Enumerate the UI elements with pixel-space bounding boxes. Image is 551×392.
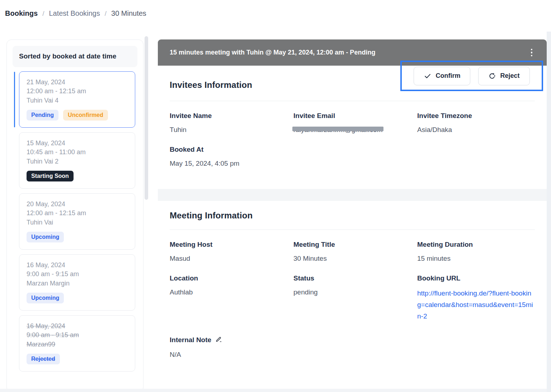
- divider: [170, 101, 535, 101]
- booking-list: 21 May, 202412:00 am - 12:15 amTuhin Vai…: [7, 71, 143, 372]
- status-badge-upcoming: Upcoming: [27, 232, 64, 242]
- field-value: May 15, 2024, 4:05 pm: [170, 159, 293, 168]
- badge-row: Rejected: [27, 354, 128, 364]
- booking-detail-title: 15 minutes meeting with Tuhin @ May 21, …: [170, 49, 375, 56]
- sidebar-scrollbar[interactable]: [145, 36, 148, 200]
- booking-name: Tuhin Vai 2: [27, 157, 128, 166]
- booking-card[interactable]: 16 May, 20249:00 am - 9:15 amMarzan99Rej…: [19, 315, 135, 372]
- confirm-button[interactable]: Confirm: [414, 67, 470, 85]
- status-badge-upcoming: Upcoming: [27, 293, 64, 303]
- reject-button[interactable]: Reject: [478, 67, 529, 85]
- confirm-button-label: Confirm: [435, 72, 460, 80]
- badge-row: PendingUnconfirmed: [27, 110, 128, 121]
- field-value: Masud: [170, 254, 293, 263]
- badge-row: Starting Soon: [27, 171, 128, 181]
- booking-url-link[interactable]: http://fluent-booking.de/?fluent-booking…: [417, 288, 535, 322]
- badge-row: Upcoming: [27, 293, 128, 303]
- meeting-section-title: Meeting Information: [170, 201, 535, 221]
- booking-time: 10:45 am - 11:00 am: [27, 148, 128, 157]
- field-value: raiyanmarzan.rm@gmail.com: [293, 125, 417, 134]
- field-booking-url: Booking URLhttp://fluent-booking.de/?flu…: [417, 274, 535, 322]
- section-gap: [158, 189, 547, 201]
- breadcrumb-separator: /: [42, 10, 44, 18]
- booking-time: 12:00 am - 12:15 am: [27, 209, 128, 218]
- booking-date: 21 May, 2024: [27, 78, 128, 87]
- actions-highlight-box: Confirm Reject: [400, 61, 543, 91]
- field-meeting-title: Meeting Title30 Minutes: [293, 241, 417, 263]
- field-label: Booking URL: [417, 274, 535, 282]
- booking-time: 9:00 am - 9:15 am: [27, 331, 128, 340]
- pencil-icon[interactable]: [215, 336, 222, 345]
- booking-card[interactable]: 21 May, 202412:00 am - 12:15 amTuhin Vai…: [19, 71, 135, 128]
- booking-date: 16 May, 2024: [27, 261, 128, 270]
- field-value: Asia/Dhaka: [417, 125, 535, 134]
- field-label: Meeting Title: [293, 241, 417, 249]
- field-label: Location: [170, 274, 293, 282]
- field-label: Meeting Duration: [417, 241, 535, 249]
- internal-note-block: Internal Note N/A: [170, 335, 535, 359]
- booking-name: Marzan99: [27, 340, 128, 349]
- breadcrumb-separator: /: [105, 10, 107, 18]
- status-badge-pending: Pending: [27, 110, 58, 121]
- booking-detail-panel: 15 minutes meeting with Tuhin @ May 21, …: [158, 39, 547, 386]
- booking-date: 16 May, 2024: [27, 322, 128, 331]
- field-value: 30 Minutes: [293, 254, 417, 263]
- field-invitee-name: Invitee NameTuhin: [170, 112, 293, 134]
- badge-row: Upcoming: [27, 232, 128, 242]
- sort-note: Sorted by booked at date time: [13, 46, 137, 67]
- field-booked-at: Booked AtMay 15, 2024, 4:05 pm: [170, 146, 293, 168]
- booking-date: 15 May, 2024: [27, 139, 128, 148]
- meeting-section: Meeting Information Meeting HostMasudMee…: [158, 201, 547, 386]
- divider: [170, 230, 535, 230]
- check-icon: [424, 72, 432, 80]
- booking-name: Tuhin Vai 4: [27, 96, 128, 105]
- booking-card[interactable]: 16 May, 20249:00 am - 9:15 amMarzan Marg…: [19, 254, 135, 311]
- kebab-menu-icon[interactable]: [529, 47, 534, 58]
- page-bottom-edge: [0, 389, 547, 392]
- booking-time: 9:00 am - 9:15 am: [27, 270, 128, 279]
- booking-date: 20 May, 2024: [27, 200, 128, 209]
- reject-button-label: Reject: [500, 72, 519, 80]
- redo-arrow-icon: [488, 72, 496, 80]
- field-value: Tuhin: [170, 125, 293, 134]
- internal-note-value: N/A: [170, 350, 535, 359]
- meeting-fields: Meeting HostMasudMeeting Title30 Minutes…: [170, 241, 535, 322]
- status-badge-unconfirmed: Unconfirmed: [63, 110, 108, 121]
- breadcrumb-item-latest-bookings[interactable]: Latest Bookings: [49, 9, 100, 18]
- breadcrumb: Bookings/Latest Bookings/30 Minutes: [5, 9, 146, 18]
- field-location: LocationAuthlab: [170, 274, 293, 322]
- booking-card[interactable]: 20 May, 202412:00 am - 12:15 amTuhin Vai…: [19, 193, 135, 250]
- field-label: Booked At: [170, 146, 293, 154]
- field-meeting-duration: Meeting Duration15 minutes: [417, 241, 535, 263]
- status-badge-starting-soon: Starting Soon: [27, 171, 74, 181]
- booking-name: Tuhin Vai: [27, 218, 128, 227]
- internal-note-label: Internal Note: [170, 336, 211, 344]
- field-value: 15 minutes: [417, 254, 535, 263]
- field-label: Invitee Name: [170, 112, 293, 120]
- booking-card[interactable]: 15 May, 202410:45 am - 11:00 amTuhin Vai…: [19, 132, 135, 189]
- field-label: Meeting Host: [170, 241, 293, 249]
- booking-time: 12:00 am - 12:15 am: [27, 87, 128, 96]
- booking-name: Marzan Margin: [27, 279, 128, 288]
- breadcrumb-item-30-minutes: 30 Minutes: [111, 9, 146, 18]
- field-value: pending: [293, 288, 417, 297]
- invitees-section: Invitees Information Confirm: [158, 66, 547, 189]
- field-status: Statuspending: [293, 274, 417, 322]
- field-label: Invitee Email: [293, 112, 417, 120]
- page-scroll-track[interactable]: [547, 32, 551, 392]
- field-meeting-host: Meeting HostMasud: [170, 241, 293, 263]
- bookings-sidebar: Sorted by booked at date time 21 May, 20…: [6, 39, 143, 392]
- field-invitee-timezone: Invitee TimezoneAsia/Dhaka: [417, 112, 535, 134]
- breadcrumb-item-bookings[interactable]: Bookings: [5, 9, 38, 18]
- field-label: Status: [293, 274, 417, 282]
- field-value: Authlab: [170, 288, 293, 297]
- status-badge-rejected: Rejected: [27, 354, 60, 364]
- field-invitee-email: Invitee Emailraiyanmarzan.rm@gmail.com: [293, 112, 417, 134]
- invitees-fields: Invitee NameTuhinInvitee Emailraiyanmarz…: [170, 112, 535, 168]
- field-label: Invitee Timezone: [417, 112, 535, 120]
- redacted-email: raiyanmarzan.rm@gmail.com: [293, 125, 382, 134]
